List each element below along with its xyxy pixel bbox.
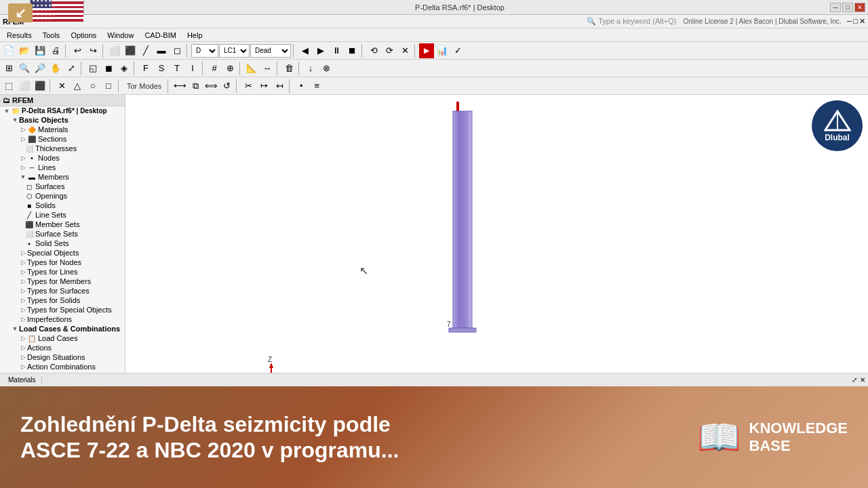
- sidebar-item-types-lines[interactable]: ▷ Types for Lines: [0, 267, 125, 277]
- tb-point-btn[interactable]: •: [294, 79, 309, 94]
- expand-icon-status[interactable]: ⤢: [852, 376, 857, 384]
- tb-redo-btn[interactable]: ↪: [85, 43, 100, 58]
- tb-rotate-right-btn[interactable]: ⟳: [382, 43, 397, 58]
- tb-stop-btn[interactable]: ⏹: [344, 43, 359, 58]
- tb-mirror-btn[interactable]: ⟺: [203, 79, 218, 94]
- sidebar-item-materials[interactable]: ▷ 🔶 Materials: [0, 125, 125, 134]
- sidebar-item-solid-sets[interactable]: ▪ Solid Sets: [0, 239, 125, 248]
- tb-measure-btn[interactable]: 📐: [244, 61, 259, 76]
- minimize-button[interactable]: ─: [830, 3, 841, 12]
- menu-options[interactable]: Options: [65, 30, 102, 41]
- sidebar-item-lines[interactable]: ▷ ─ Lines: [0, 163, 125, 172]
- tb-move-btn[interactable]: ⟷: [172, 79, 187, 94]
- topbar-close-button[interactable]: ✕: [859, 17, 865, 26]
- tb-select-btn[interactable]: ⬜: [107, 43, 122, 58]
- sidebar-item-load-cases-sub[interactable]: ▷ 📋 Load Cases: [0, 333, 125, 343]
- tb-pause-btn[interactable]: ⏸: [329, 43, 344, 58]
- tb-undo-btn[interactable]: ↩: [70, 43, 85, 58]
- tb-isometric-view[interactable]: I: [185, 61, 200, 76]
- sidebar-item-sections[interactable]: ▷ ⬛ Sections: [0, 134, 125, 144]
- topbar-min-button[interactable]: ─: [847, 17, 852, 26]
- tb-square-btn[interactable]: □: [101, 79, 116, 94]
- tb-bc-btn[interactable]: ⊗: [319, 61, 334, 76]
- tb-check-btn[interactable]: ✓: [450, 43, 465, 58]
- sidebar-item-members[interactable]: ▼ ▬ Members: [0, 172, 125, 182]
- tb-invert-btn[interactable]: ⬛: [33, 79, 47, 94]
- menu-cad-bim[interactable]: CAD-BIM: [139, 30, 181, 41]
- sidebar-item-types-surfaces[interactable]: ▷ Types for Surfaces: [0, 286, 125, 296]
- mode-dropdown[interactable]: D: [191, 44, 218, 58]
- sidebar-item-actions[interactable]: ▷ Actions: [0, 343, 125, 352]
- sidebar-item-nodes[interactable]: ▷ • Nodes: [0, 153, 125, 163]
- tb-render-btn[interactable]: ◈: [117, 61, 132, 76]
- sidebar-item-load-cases-comb[interactable]: ▼ Load Cases & Combinations: [0, 324, 125, 333]
- tb-member-btn[interactable]: ▬: [154, 43, 169, 58]
- tb-cancel-btn[interactable]: ✕: [397, 43, 412, 58]
- tb-results-btn[interactable]: 📊: [435, 43, 450, 58]
- tb-node-btn[interactable]: ⬛: [123, 43, 138, 58]
- tb-save-btn[interactable]: 💾: [33, 43, 47, 58]
- sidebar-item-imperfections[interactable]: ▷ Imperfections: [0, 314, 125, 324]
- sidebar-item-action-combinations[interactable]: ▷ Action Combinations: [0, 362, 125, 371]
- tb-rotate-left-btn[interactable]: ⟲: [366, 43, 381, 58]
- tb-run-btn[interactable]: ▶: [419, 43, 434, 58]
- tb-circle-btn[interactable]: ○: [85, 79, 100, 94]
- tb-new-btn[interactable]: 📄: [1, 43, 16, 58]
- sidebar-item-thicknesses[interactable]: ⬜ Thicknesses: [0, 144, 125, 153]
- tb-print-btn[interactable]: 🖨: [48, 43, 63, 58]
- sidebar-item-member-sets[interactable]: ⬛ Member Sets: [0, 220, 125, 229]
- tb-delete-btn[interactable]: 🗑: [281, 61, 296, 76]
- menu-window[interactable]: Window: [102, 30, 139, 41]
- sidebar-item-solids[interactable]: ■ Solids: [0, 201, 125, 210]
- tb-front-view[interactable]: F: [138, 61, 153, 76]
- tb-deselect-btn[interactable]: ⬜: [17, 79, 32, 94]
- sidebar-file-item[interactable]: ▼ 📁 P-Delta RSA.rf6* | Desktop: [0, 106, 125, 115]
- sidebar-item-line-sets[interactable]: ╱ Line Sets: [0, 210, 125, 220]
- tb-align-btn[interactable]: ≡: [309, 79, 324, 94]
- dead-dropdown[interactable]: Dead: [250, 44, 291, 58]
- tb-fit-btn[interactable]: ⤢: [64, 61, 79, 76]
- sidebar-item-types-solids[interactable]: ▷ Types for Solids: [0, 296, 125, 305]
- tb-triangle-btn[interactable]: △: [70, 79, 85, 94]
- viewport[interactable]: 7 Z x: [125, 95, 868, 373]
- topbar-max-button[interactable]: □: [853, 17, 858, 26]
- tb-select-all-btn[interactable]: ⬚: [1, 79, 16, 94]
- sidebar-item-surface-sets[interactable]: ⬜ Surface Sets: [0, 229, 125, 239]
- menu-help[interactable]: Help: [182, 30, 208, 41]
- tb-zoom-in-btn[interactable]: 🔍: [17, 61, 32, 76]
- tb-snap-btn[interactable]: ⊕: [222, 61, 237, 76]
- tb-line-btn[interactable]: ╱: [138, 43, 153, 58]
- tb-grid-btn[interactable]: #: [207, 61, 222, 76]
- lc-dropdown[interactable]: LC1: [219, 44, 250, 58]
- window-controls[interactable]: ─ □ ✕: [830, 3, 865, 12]
- tb-view-btn[interactable]: ⊞: [1, 61, 16, 76]
- tb-trim-btn[interactable]: ↤: [272, 79, 287, 94]
- sidebar-item-design-situations[interactable]: ▷ Design Situations: [0, 352, 125, 362]
- tb-cut-btn[interactable]: ✂: [241, 79, 256, 94]
- menu-results[interactable]: Results: [1, 30, 37, 41]
- tb-dimension-btn[interactable]: ↔: [260, 61, 275, 76]
- sidebar-item-special-objects[interactable]: ▷ Special Objects: [0, 248, 125, 258]
- tb-play-fwd-btn[interactable]: ▶: [313, 43, 328, 58]
- maximize-button[interactable]: □: [842, 3, 853, 12]
- tb-extend-btn[interactable]: ↦: [256, 79, 271, 94]
- sidebar-item-basic-objects[interactable]: ▼ Basic Objects: [0, 115, 125, 125]
- sidebar-item-types-members[interactable]: ▷ Types for Members: [0, 277, 125, 286]
- tb-pan-btn[interactable]: ✋: [48, 61, 63, 76]
- tb-play-back-btn[interactable]: ◀: [298, 43, 313, 58]
- tb-zoom-out-btn[interactable]: 🔎: [33, 61, 47, 76]
- sidebar-item-surfaces[interactable]: ◻ Surfaces: [0, 182, 125, 191]
- tb-open-btn[interactable]: 📂: [17, 43, 32, 58]
- sidebar-item-types-special[interactable]: ▷ Types for Special Objects: [0, 305, 125, 314]
- close-panel-icon[interactable]: ✕: [860, 376, 865, 384]
- tb-top-view[interactable]: T: [170, 61, 184, 76]
- tb-wireframe-btn[interactable]: ◱: [85, 61, 100, 76]
- tb-surface-btn[interactable]: ◻: [170, 43, 184, 58]
- tb-rotate3d-btn[interactable]: ↺: [219, 79, 234, 94]
- sidebar-item-openings[interactable]: ⬡ Openings: [0, 191, 125, 201]
- menu-tools[interactable]: Tools: [37, 30, 66, 41]
- tb-copy-btn[interactable]: ⧉: [188, 79, 203, 94]
- tb-solid-btn[interactable]: ◼: [101, 61, 116, 76]
- sidebar-item-types-nodes[interactable]: ▷ Types for Nodes: [0, 258, 125, 267]
- tb-load-icon[interactable]: ↓: [303, 61, 318, 76]
